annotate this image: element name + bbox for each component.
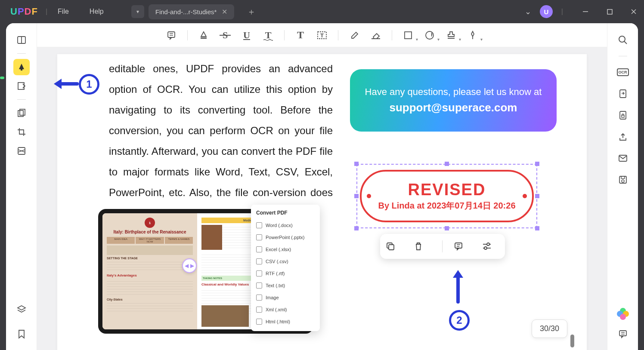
textbox-icon[interactable]: T bbox=[313, 27, 331, 43]
email-icon[interactable] bbox=[615, 150, 631, 166]
svg-rect-32 bbox=[620, 90, 626, 98]
stamp-floating-toolbar bbox=[380, 234, 505, 259]
svg-rect-11 bbox=[168, 32, 175, 37]
resize-handle[interactable] bbox=[354, 162, 359, 166]
resize-handle[interactable] bbox=[445, 226, 449, 230]
svg-rect-1 bbox=[607, 9, 612, 14]
menu-help[interactable]: Help bbox=[79, 8, 114, 15]
updf-flower-icon[interactable] bbox=[617, 308, 629, 320]
delete-icon[interactable] bbox=[414, 242, 431, 251]
callout-arrow-2 bbox=[454, 265, 462, 304]
svg-rect-23 bbox=[455, 243, 462, 248]
save-icon[interactable] bbox=[615, 172, 631, 188]
document-tab[interactable]: Find-and-...r-Studies* ✕ bbox=[149, 4, 235, 19]
stamp-dot bbox=[367, 194, 371, 198]
convert-option-rtf[interactable]: RTF (.rtf) bbox=[251, 267, 320, 279]
protect-icon[interactable] bbox=[615, 107, 631, 123]
stamp-selection[interactable]: REVISED By Linda at 2023年07月14日 20:26 bbox=[356, 164, 537, 228]
convert-option-csv[interactable]: CSV (.csv) bbox=[251, 255, 320, 267]
bookmark-icon[interactable] bbox=[13, 326, 30, 342]
document-canvas[interactable]: 1 editable ones, UPDF provides an advanc… bbox=[37, 47, 607, 350]
left-sidebar bbox=[6, 23, 37, 350]
resize-handle[interactable] bbox=[354, 194, 359, 198]
menu-file[interactable]: File bbox=[47, 8, 79, 15]
convert-popup: Convert PDF Word (.docx) PowerPoint (.pp… bbox=[251, 205, 320, 331]
maximize-button[interactable] bbox=[599, 3, 620, 20]
svg-rect-18 bbox=[405, 32, 412, 39]
support-line: Have any questions, please let us know a… bbox=[365, 86, 542, 98]
callout-arrow-1 bbox=[49, 80, 79, 88]
convert-option-txt[interactable]: Text (.txt) bbox=[251, 279, 320, 292]
edit-tool-icon[interactable] bbox=[13, 78, 30, 94]
resize-handle[interactable] bbox=[535, 194, 539, 198]
comment-icon[interactable] bbox=[454, 242, 471, 251]
crop-tool-icon[interactable] bbox=[13, 124, 30, 140]
svg-text:T: T bbox=[320, 32, 324, 39]
page-nav-icon[interactable]: ◀ ▶ bbox=[182, 258, 197, 273]
note-icon[interactable] bbox=[162, 27, 180, 43]
pdf-page: 1 editable ones, UPDF provides an advanc… bbox=[57, 54, 587, 350]
strikethrough-icon[interactable]: S bbox=[216, 27, 234, 43]
revised-stamp[interactable]: REVISED By Linda at 2023年07月14日 20:26 bbox=[360, 170, 534, 222]
convert-option-word[interactable]: Word (.docx) bbox=[251, 219, 320, 231]
chapter-title: Italy: Birthplace of the Renaissance bbox=[107, 230, 193, 234]
squiggly-icon[interactable]: T bbox=[259, 27, 277, 43]
comments-panel-icon[interactable] bbox=[615, 326, 631, 342]
chevron-down-icon[interactable]: ⌄ bbox=[525, 7, 531, 16]
svg-point-30 bbox=[619, 36, 625, 42]
tab-close-icon[interactable]: ✕ bbox=[222, 8, 227, 16]
organize-pages-icon[interactable] bbox=[13, 105, 30, 121]
comment-tool-icon[interactable] bbox=[13, 59, 30, 75]
svg-rect-14 bbox=[201, 37, 207, 39]
resize-handle[interactable] bbox=[445, 162, 449, 166]
underline-icon[interactable]: U bbox=[238, 27, 256, 43]
shape-icon[interactable] bbox=[399, 27, 417, 43]
svg-rect-6 bbox=[21, 69, 22, 71]
svg-point-29 bbox=[484, 247, 487, 249]
convert-option-html[interactable]: Html (.html) bbox=[251, 316, 320, 328]
tab-menu-icon[interactable]: ▾ bbox=[131, 5, 144, 18]
eraser-icon[interactable] bbox=[367, 27, 385, 43]
stamp-dot bbox=[523, 194, 527, 198]
properties-icon[interactable] bbox=[482, 243, 499, 250]
convert-option-excel[interactable]: Excel (.xlsx) bbox=[251, 243, 320, 255]
svg-rect-34 bbox=[622, 115, 624, 117]
stamp-title: REVISED bbox=[408, 181, 486, 199]
chapter-badge: 1 bbox=[145, 218, 155, 228]
titlebar: UPDF | File Help ▾ Find-and-...r-Studies… bbox=[0, 0, 644, 23]
highlight-icon[interactable] bbox=[195, 27, 213, 43]
share-icon[interactable] bbox=[615, 129, 631, 145]
new-tab-button[interactable]: ＋ bbox=[243, 4, 260, 19]
copy-icon[interactable] bbox=[386, 242, 403, 251]
convert-option-xml[interactable]: Xml (.xml) bbox=[251, 304, 320, 316]
resize-handle[interactable] bbox=[535, 162, 539, 166]
annotation-toolbar: S U T T T bbox=[37, 23, 607, 47]
workspace: S U T T T 1 editable ones, UPDF provides… bbox=[6, 23, 638, 350]
indicator-dot bbox=[0, 77, 4, 79]
right-sidebar: OCR bbox=[607, 23, 638, 350]
convert-icon[interactable] bbox=[615, 86, 631, 102]
scrollbar-thumb[interactable] bbox=[570, 335, 574, 347]
redact-tool-icon[interactable] bbox=[13, 143, 30, 159]
signature-icon[interactable] bbox=[464, 27, 482, 43]
page-counter[interactable]: 30/30 bbox=[532, 319, 567, 338]
layers-icon[interactable] bbox=[13, 301, 30, 317]
user-avatar[interactable]: U bbox=[540, 5, 553, 18]
stamp-icon[interactable] bbox=[442, 27, 460, 43]
svg-rect-7 bbox=[18, 83, 24, 89]
convert-option-ppt[interactable]: PowerPoint (.pptx) bbox=[251, 231, 320, 243]
resize-handle[interactable] bbox=[354, 226, 359, 230]
reader-mode-icon[interactable] bbox=[13, 32, 30, 48]
ocr-icon[interactable]: OCR bbox=[615, 64, 631, 80]
text-icon[interactable]: T bbox=[291, 27, 310, 43]
resize-handle[interactable] bbox=[535, 226, 539, 230]
sticker-icon[interactable] bbox=[421, 27, 439, 43]
convert-title: Convert PDF bbox=[251, 208, 320, 219]
app-logo: UPDF bbox=[10, 6, 38, 17]
pencil-icon[interactable] bbox=[345, 27, 363, 43]
minimize-button[interactable] bbox=[575, 3, 596, 20]
search-icon[interactable] bbox=[615, 32, 631, 48]
close-button[interactable] bbox=[623, 3, 644, 20]
convert-option-image[interactable]: Image bbox=[251, 292, 320, 304]
support-banner: Have any questions, please let us know a… bbox=[350, 69, 557, 132]
